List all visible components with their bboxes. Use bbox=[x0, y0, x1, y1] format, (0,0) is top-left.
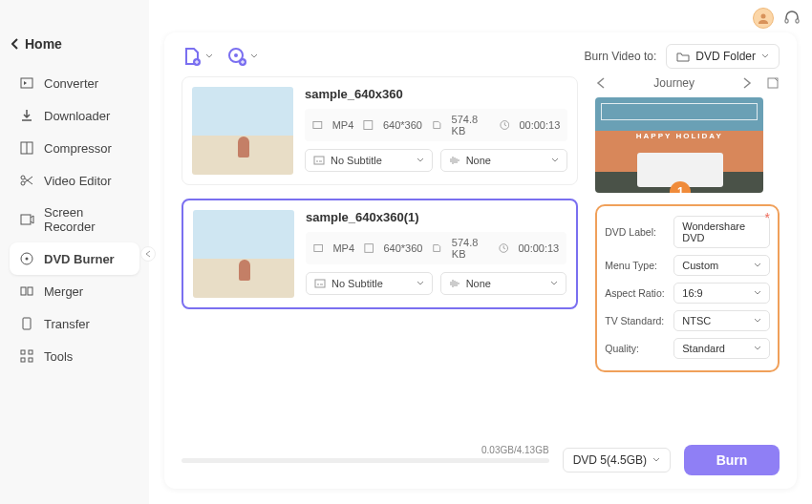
main-panel: Burn Video to: DVD Folder sample_640x360… bbox=[164, 32, 797, 489]
transfer-icon bbox=[19, 316, 34, 331]
template-preview[interactable]: HAPPY HOLIDAY 1 bbox=[595, 97, 763, 193]
file-meta: MP4 640*360 574.8 KB 00:00:13 bbox=[305, 109, 567, 141]
next-template-button[interactable] bbox=[739, 76, 753, 90]
resolution-icon bbox=[363, 119, 374, 131]
capacity-text: 0.03GB/4.13GB bbox=[481, 445, 549, 455]
audio-select[interactable]: None bbox=[440, 272, 567, 295]
svg-rect-9 bbox=[23, 318, 31, 329]
audio-select[interactable]: None bbox=[440, 149, 568, 172]
sidebar-item-screen-recorder[interactable]: Screen Recorder bbox=[10, 197, 139, 242]
sidebar-item-label: Tools bbox=[44, 349, 73, 364]
format-icon bbox=[312, 119, 323, 131]
compressor-icon bbox=[19, 140, 34, 156]
sidebar-item-label: Video Editor bbox=[44, 174, 112, 188]
support-icon[interactable] bbox=[783, 10, 801, 27]
edit-template-button[interactable] bbox=[766, 76, 780, 90]
record-icon bbox=[19, 212, 34, 227]
svg-rect-16 bbox=[796, 19, 799, 23]
aspect-ratio-label: Aspect Ratio: bbox=[605, 287, 668, 299]
disc-type-select[interactable]: DVD 5(4.5GB) bbox=[563, 448, 671, 472]
subtitle-select[interactable]: No Subtitle bbox=[306, 272, 433, 295]
prev-template-button[interactable] bbox=[595, 76, 609, 90]
resolution-icon bbox=[364, 242, 374, 254]
svg-rect-22 bbox=[364, 121, 373, 130]
template-preview-text: HAPPY HOLIDAY bbox=[595, 132, 763, 140]
svg-rect-8 bbox=[28, 287, 32, 295]
sidebar: Home Converter Downloader Compressor Vid… bbox=[0, 0, 149, 504]
format-icon bbox=[313, 242, 323, 254]
add-disc-button[interactable] bbox=[226, 46, 258, 67]
dvd-label-input[interactable]: Wondershare DVD bbox=[673, 216, 770, 248]
file-name: sample_640x360(1) bbox=[306, 210, 566, 224]
chevron-down-icon bbox=[250, 52, 258, 60]
svg-point-14 bbox=[761, 14, 766, 19]
merge-icon bbox=[19, 284, 34, 299]
file-card[interactable]: sample_640x360(1) MP4 640*360 574.8 KB 0… bbox=[182, 199, 578, 309]
subtitle-icon bbox=[313, 155, 325, 166]
file-card[interactable]: sample_640x360 MP4 640*360 574.8 KB 00:0… bbox=[182, 76, 578, 185]
burn-target-select[interactable]: DVD Folder bbox=[666, 44, 780, 69]
aspect-ratio-select[interactable]: 16:9 bbox=[673, 283, 770, 304]
chevron-down-icon bbox=[754, 289, 761, 297]
menu-type-select[interactable]: Custom bbox=[673, 255, 770, 276]
add-file-button[interactable] bbox=[182, 46, 213, 67]
sidebar-item-label: Converter bbox=[44, 76, 98, 91]
chevron-down-icon bbox=[550, 280, 558, 287]
svg-rect-7 bbox=[21, 287, 26, 295]
template-name: Journey bbox=[653, 76, 694, 90]
folder-icon bbox=[676, 50, 690, 63]
quality-select[interactable]: Standard bbox=[673, 338, 770, 359]
filesize-icon bbox=[432, 119, 442, 131]
svg-point-3 bbox=[21, 181, 25, 185]
svg-rect-4 bbox=[21, 215, 31, 224]
download-icon bbox=[19, 108, 34, 123]
chevron-down-icon bbox=[754, 317, 761, 325]
dvd-settings: DVD Label:Wondershare DVD Menu Type:Cust… bbox=[595, 204, 780, 372]
tv-standard-select[interactable]: NTSC bbox=[673, 310, 770, 331]
home-back-button[interactable]: Home bbox=[0, 29, 149, 59]
subtitle-select[interactable]: No Subtitle bbox=[305, 149, 433, 172]
chevron-down-icon bbox=[417, 280, 424, 287]
svg-rect-24 bbox=[314, 157, 324, 164]
clock-icon bbox=[500, 119, 510, 131]
svg-rect-11 bbox=[29, 350, 32, 354]
svg-rect-15 bbox=[785, 19, 788, 23]
burn-target-value: DVD Folder bbox=[695, 50, 756, 63]
svg-rect-12 bbox=[21, 358, 25, 362]
svg-point-19 bbox=[234, 53, 238, 57]
svg-rect-13 bbox=[29, 358, 32, 362]
scissors-icon bbox=[19, 173, 34, 188]
sidebar-item-downloader[interactable]: Downloader bbox=[10, 99, 139, 132]
svg-point-2 bbox=[21, 176, 25, 179]
tools-icon bbox=[19, 348, 34, 364]
burn-button[interactable]: Burn bbox=[684, 445, 780, 475]
clock-icon bbox=[499, 242, 508, 254]
filesize-icon bbox=[432, 242, 441, 254]
sidebar-item-transfer[interactable]: Transfer bbox=[10, 307, 139, 340]
sidebar-item-label: DVD Burner bbox=[44, 252, 115, 266]
file-list: sample_640x360 MP4 640*360 574.8 KB 00:0… bbox=[182, 76, 578, 372]
chevron-down-icon bbox=[754, 262, 761, 269]
sidebar-item-converter[interactable]: Converter bbox=[10, 67, 139, 99]
sidebar-item-dvd-burner[interactable]: DVD Burner bbox=[10, 242, 139, 275]
sidebar-item-merger[interactable]: Merger bbox=[10, 275, 139, 307]
user-avatar[interactable] bbox=[753, 8, 774, 29]
sidebar-item-label: Downloader bbox=[44, 109, 110, 123]
sidebar-collapse-button[interactable] bbox=[140, 246, 156, 262]
chevron-down-icon bbox=[205, 52, 213, 60]
sidebar-item-tools[interactable]: Tools bbox=[10, 340, 139, 372]
audio-icon bbox=[449, 155, 460, 166]
chevron-down-icon bbox=[754, 345, 761, 352]
svg-rect-28 bbox=[315, 280, 325, 287]
file-thumbnail bbox=[193, 210, 294, 298]
svg-rect-25 bbox=[314, 245, 323, 252]
chevron-down-icon bbox=[551, 157, 559, 164]
sidebar-item-compressor[interactable]: Compressor bbox=[10, 132, 139, 164]
audio-icon bbox=[449, 278, 460, 289]
sidebar-item-video-editor[interactable]: Video Editor bbox=[10, 164, 139, 197]
burn-to-label: Burn Video to: bbox=[584, 50, 656, 63]
svg-point-6 bbox=[26, 258, 29, 261]
sidebar-item-label: Screen Recorder bbox=[44, 205, 130, 234]
chevron-down-icon bbox=[761, 52, 769, 60]
quality-label: Quality: bbox=[605, 343, 668, 354]
